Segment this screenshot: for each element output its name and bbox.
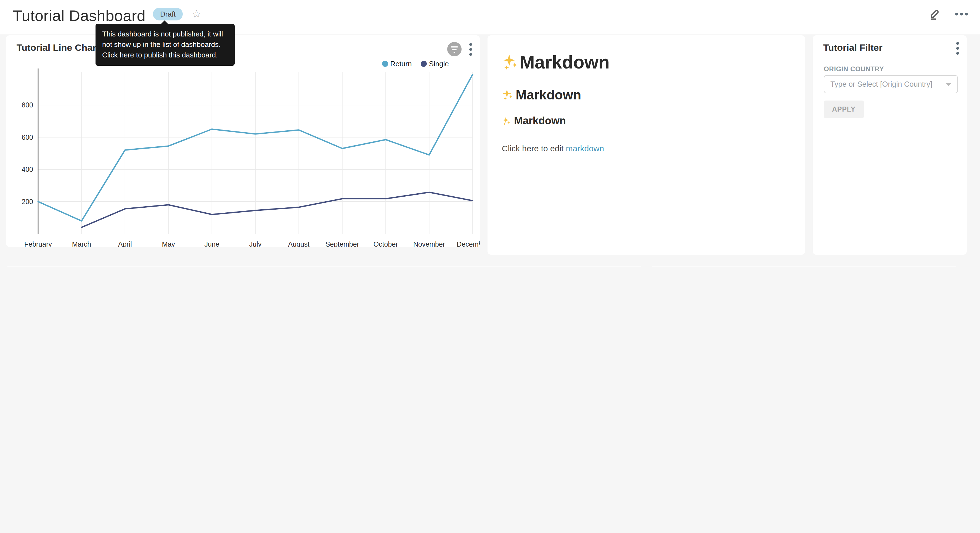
filter-menu-icon[interactable] <box>956 42 959 55</box>
svg-text:June: June <box>204 240 219 247</box>
svg-text:April: April <box>118 240 132 247</box>
line-chart-svg: FebruaryMarchAprilMayJuneJulyAugustSepte… <box>6 35 480 247</box>
svg-text:March: March <box>72 240 91 247</box>
sparkles-icon <box>502 89 514 101</box>
favorite-star-icon[interactable]: ☆ <box>192 7 202 21</box>
filter-panel-title: Tutorial Filter <box>823 43 883 54</box>
panel-tutorial-line-chart: Tutorial Line Chart ReturnSingle Februar… <box>6 35 480 247</box>
origin-country-select[interactable]: Type or Select [Origin Country] <box>824 75 958 93</box>
panel-markdown: Markdown Markdown Markdown Click here to… <box>487 35 805 255</box>
sparkles-icon <box>502 54 520 71</box>
svg-text:800: 800 <box>22 101 33 109</box>
page-title: Tutorial Dashboard <box>13 7 145 25</box>
svg-text:February: February <box>24 240 52 247</box>
markdown-h2: Markdown <box>502 87 791 103</box>
edit-dashboard-icon[interactable] <box>929 8 941 20</box>
origin-country-placeholder: Type or Select [Origin Country] <box>830 80 932 88</box>
svg-text:November: November <box>413 240 445 247</box>
edit-markdown-link[interactable]: markdown <box>566 144 604 153</box>
svg-text:400: 400 <box>22 166 33 173</box>
markdown-paragraph-text: Click here to edit <box>502 144 566 153</box>
draft-status-badge[interactable]: Draft <box>153 8 183 21</box>
dashboard-root: Tutorial Dashboard Draft ☆ This dashboar… <box>0 0 980 266</box>
svg-text:October: October <box>374 240 398 247</box>
apply-filter-button[interactable]: APPLY <box>824 101 864 118</box>
svg-text:July: July <box>249 240 262 247</box>
panel-tutorial-table: Tutorial Table Travel Class COUNT(*) <box>651 266 957 266</box>
publish-tooltip: This dashboard is not published, it will… <box>95 24 235 65</box>
origin-country-label: ORIGIN COUNTRY <box>824 65 884 73</box>
chevron-down-icon <box>946 83 951 86</box>
markdown-h1-text: Markdown <box>520 52 609 73</box>
panel-tutorial-filter: Tutorial Filter ORIGIN COUNTRY Type or S… <box>813 35 967 255</box>
markdown-paragraph: Click here to edit markdown <box>502 144 791 153</box>
markdown-h2-text: Markdown <box>515 87 581 103</box>
svg-text:600: 600 <box>22 133 33 141</box>
svg-text:December: December <box>457 240 480 247</box>
markdown-h1: Markdown <box>502 52 791 73</box>
panel-tutorial-pivot-chart: Tutorial Pivot Chart SUM(Cost)Department… <box>6 266 643 266</box>
markdown-h3: Markdown <box>502 115 791 127</box>
more-actions-icon[interactable] <box>955 13 968 15</box>
svg-text:September: September <box>326 240 359 247</box>
svg-text:August: August <box>288 240 309 247</box>
svg-text:200: 200 <box>22 198 33 206</box>
sparkles-icon <box>502 116 511 126</box>
markdown-h3-text: Markdown <box>514 115 566 127</box>
svg-text:May: May <box>162 240 175 247</box>
